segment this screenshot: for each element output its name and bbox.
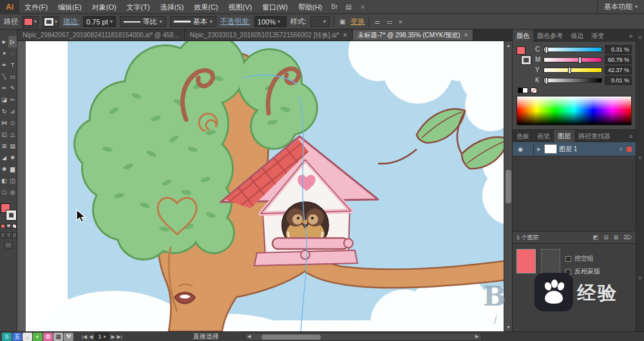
ime-punctuation-icon[interactable]: ，	[23, 333, 32, 341]
screen-mode-button[interactable]	[5, 242, 12, 248]
magenta-slider[interactable]	[544, 57, 602, 62]
grid-icon[interactable]: ⌗	[355, 3, 370, 11]
tab-color[interactable]: 颜色	[513, 30, 533, 42]
new-sublayer-icon[interactable]: ⊟	[603, 234, 609, 241]
close-icon[interactable]: ×	[464, 32, 468, 39]
previous-artboard-icon[interactable]: ◀	[89, 334, 93, 340]
align-vertical-icon[interactable]: ⚏	[385, 18, 393, 25]
ime-emoji-icon[interactable]: ◐	[33, 333, 43, 341]
black-white-swatch[interactable]	[518, 88, 528, 93]
align-horizontal-icon[interactable]: ⚌	[373, 18, 381, 25]
menu-view[interactable]: 视图(V)	[223, 0, 258, 14]
slice-tool[interactable]: ◫	[8, 175, 17, 187]
transform-link[interactable]: 变换	[350, 17, 365, 26]
new-layer-icon[interactable]: ⊞	[614, 234, 619, 241]
rectangle-tool[interactable]: ▭	[8, 71, 17, 82]
eraser-tool[interactable]: ◪	[0, 94, 8, 106]
workspace-switcher[interactable]: 基本功能 ▾	[597, 0, 644, 14]
menu-edit[interactable]: 编辑(E)	[53, 0, 87, 14]
checkbox-icon[interactable]	[565, 269, 571, 275]
pencil-tool[interactable]: ✎	[8, 82, 17, 94]
visibility-eye-icon[interactable]: ◉	[515, 146, 526, 152]
panel-menu-icon[interactable]: ≡	[639, 155, 642, 161]
direct-selection-tool[interactable]: ▷	[8, 36, 17, 48]
cyan-slider[interactable]	[544, 47, 602, 52]
perch-peg[interactable]	[301, 250, 310, 259]
menu-select[interactable]: 选择(S)	[155, 0, 189, 14]
layer-expand-icon[interactable]: ▶	[536, 147, 542, 152]
pen-tool[interactable]: ✒	[0, 59, 8, 71]
cyan-value[interactable]: 0.31 %	[605, 45, 632, 54]
scroll-right-icon[interactable]: ▶	[473, 334, 481, 339]
magic-wand-tool[interactable]: ✶	[0, 48, 8, 59]
tab-color-guide[interactable]: 颜色参考	[533, 30, 567, 42]
tab-gradient[interactable]: 渐变	[587, 30, 608, 42]
canvas-area[interactable]: ▲ ▼	[17, 41, 512, 331]
gradient-tool[interactable]: ▤	[8, 140, 17, 152]
opacity-mask-thumbnail[interactable]	[541, 249, 560, 273]
menu-help[interactable]: 帮助(H)	[293, 0, 327, 14]
delete-layer-icon[interactable]: ⌦	[623, 234, 632, 241]
make-clipping-mask-icon[interactable]: ◩	[593, 234, 599, 241]
layer-name[interactable]: 图层 1	[559, 145, 615, 154]
document-setup-icon[interactable]: ▣	[338, 18, 346, 25]
gradient-button[interactable]	[6, 224, 11, 228]
magenta-slider-thumb[interactable]	[578, 57, 582, 64]
lock-column[interactable]	[527, 144, 534, 154]
launch-bridge-icon[interactable]: Br	[327, 3, 341, 10]
ime-mode-icon[interactable]: 五	[12, 333, 22, 341]
width-tool[interactable]: ⋈	[0, 117, 8, 129]
free-transform-tool[interactable]: ◇	[8, 117, 17, 129]
layer-target-icon[interactable]: ○	[617, 146, 625, 152]
black-slider-thumb[interactable]	[545, 77, 548, 84]
none-button[interactable]	[12, 224, 17, 228]
menu-window[interactable]: 窗口(W)	[257, 0, 293, 14]
tab-layers[interactable]: 图层	[554, 130, 574, 142]
arrange-documents-icon[interactable]: ▤	[341, 3, 355, 10]
panel-fill-swatch[interactable]	[516, 46, 526, 55]
object-thumbnail[interactable]	[516, 249, 536, 273]
color-spectrum[interactable]	[516, 96, 632, 125]
eyedropper-tool[interactable]: ◢	[0, 152, 8, 163]
first-artboard-icon[interactable]: |◀	[82, 334, 87, 340]
layer-row[interactable]: ◉ ▶ 图层 1 ○	[513, 142, 636, 156]
invert-mask-option[interactable]: 反相蒙版	[565, 267, 600, 276]
horizontal-scrollbar[interactable]: ◀ ▶	[245, 333, 482, 341]
stroke-swatch[interactable]	[6, 210, 16, 220]
menu-object[interactable]: 对象(O)	[87, 0, 122, 14]
panel-menu-icon[interactable]: ≡	[626, 133, 636, 140]
fill-stroke-indicator[interactable]	[1, 203, 16, 220]
tab-pathfinder[interactable]: 路径查找器	[574, 130, 614, 142]
scroll-up-icon[interactable]: ▲	[504, 41, 512, 50]
scroll-left-icon[interactable]: ◀	[245, 334, 253, 339]
panel-stroke-swatch[interactable]	[522, 56, 531, 64]
zoom-tool[interactable]: ◎	[8, 187, 17, 198]
symbol-sprayer-tool[interactable]: ✺	[0, 163, 8, 175]
horizontal-scroll-thumb[interactable]	[261, 335, 321, 340]
hand-tool[interactable]: ☖	[0, 187, 8, 198]
ime-tools-icon[interactable]: ⚒	[64, 333, 73, 341]
opacity-link[interactable]: 不透明度:	[220, 17, 251, 26]
stroke-color-swatch[interactable]: ▾	[43, 16, 59, 28]
scissors-tool[interactable]: ✂	[8, 94, 17, 106]
style-select[interactable]: ▾	[310, 16, 330, 27]
document-tab-2[interactable]: Nipic_23033013_20160510135721566002 [转换]…	[185, 30, 353, 41]
magenta-value[interactable]: 60.79 %	[605, 55, 632, 64]
stroke-profile-select[interactable]: 等比 ▾	[120, 16, 166, 27]
yellow-slider-thumb[interactable]	[568, 67, 571, 74]
document-tab-3[interactable]: 未标题-7* @ 298.35% (CMYK/预览) ×	[353, 30, 474, 41]
scale-tool[interactable]: ⊿	[8, 106, 17, 117]
vertical-scrollbar[interactable]: ▲ ▼	[504, 41, 512, 331]
blend-tool[interactable]: ❖	[8, 152, 17, 163]
ime-skin-icon[interactable]: ✿	[43, 333, 53, 341]
type-tool[interactable]: T	[8, 59, 17, 71]
panel-menu-icon[interactable]: ≡	[626, 33, 636, 39]
scroll-down-icon[interactable]: ▼	[504, 323, 512, 331]
opacity-input[interactable]: 100% ▾	[254, 16, 287, 27]
tab-swatches[interactable]: 色板	[513, 130, 533, 142]
perch[interactable]	[272, 238, 348, 249]
ime-keyboard-icon[interactable]: ▦	[53, 333, 63, 341]
black-slider[interactable]	[544, 78, 602, 83]
menu-file[interactable]: 文件(F)	[19, 0, 53, 14]
perch-knob[interactable]	[344, 239, 353, 248]
